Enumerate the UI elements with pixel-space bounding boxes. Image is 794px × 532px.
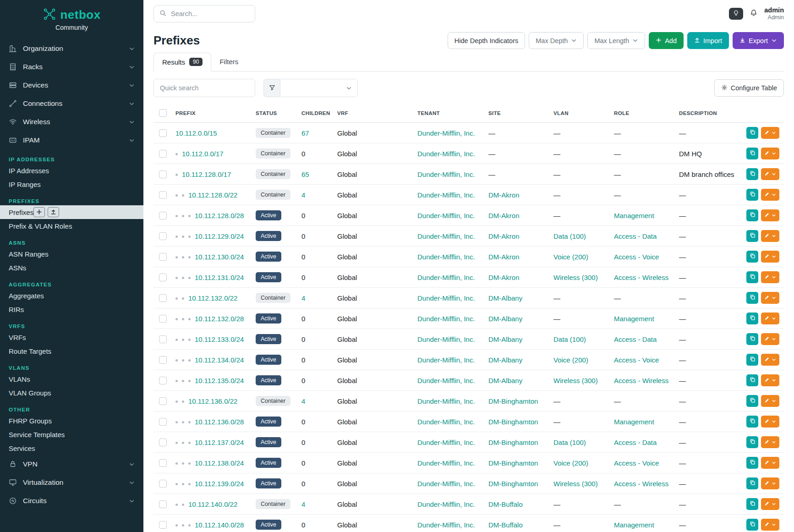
sidebar-item-wireless[interactable]: Wireless	[0, 113, 143, 131]
site-link[interactable]: DM-Buffalo	[488, 500, 523, 508]
sidebar-item-vlans[interactable]: VLANs	[0, 372, 143, 386]
clone-button[interactable]	[746, 333, 758, 345]
clone-button[interactable]	[746, 271, 758, 283]
brand[interactable]: netbox Community	[0, 0, 143, 36]
clone-button[interactable]	[746, 457, 758, 469]
vlan-link[interactable]: Wireless (300)	[553, 274, 598, 281]
clone-button[interactable]	[746, 251, 758, 263]
tenant-link[interactable]: Dunder-Mifflin, Inc.	[417, 500, 475, 508]
children-link[interactable]: 4	[301, 500, 305, 508]
row-checkbox[interactable]	[159, 500, 167, 508]
tenant-link[interactable]: Dunder-Mifflin, Inc.	[417, 294, 475, 302]
sidebar-item-vpn[interactable]: VPN	[0, 455, 143, 473]
sidebar-item-devices[interactable]: Devices	[0, 76, 143, 94]
prefix-link[interactable]: 10.112.0.0/15	[175, 129, 217, 137]
add-button[interactable]: Add	[649, 32, 684, 49]
children-link[interactable]: 4	[301, 191, 305, 199]
clone-button[interactable]	[746, 230, 758, 242]
vlan-link[interactable]: Data (100)	[553, 439, 586, 446]
clone-button[interactable]	[746, 374, 758, 386]
edit-button[interactable]	[761, 477, 779, 489]
role-link[interactable]: Access - Data	[614, 232, 657, 240]
edit-button[interactable]	[761, 168, 779, 180]
prefix-link[interactable]: 10.112.131.0/24	[195, 274, 244, 281]
sidebar-item-route-targets[interactable]: Route Targets	[0, 344, 143, 358]
row-checkbox[interactable]	[159, 170, 167, 178]
site-link[interactable]: DM-Binghamton	[488, 480, 538, 488]
row-checkbox[interactable]	[159, 335, 167, 343]
row-checkbox[interactable]	[159, 459, 167, 467]
tenant-link[interactable]: Dunder-Mifflin, Inc.	[417, 212, 475, 219]
tenant-link[interactable]: Dunder-Mifflin, Inc.	[417, 480, 475, 488]
column-header-children[interactable]: Children	[297, 102, 333, 123]
export-button[interactable]: Export	[733, 32, 784, 49]
role-link[interactable]: Access - Voice	[614, 459, 659, 467]
edit-button[interactable]	[761, 127, 779, 139]
hide-depth-indicators-button[interactable]: Hide Depth Indicators	[448, 32, 525, 49]
edit-button[interactable]	[761, 313, 779, 324]
role-link[interactable]: Access - Wireless	[614, 480, 668, 488]
user-menu[interactable]: admin Admin	[764, 6, 784, 21]
tenant-link[interactable]: Dunder-Mifflin, Inc.	[417, 232, 475, 240]
row-checkbox[interactable]	[159, 150, 167, 158]
clone-button[interactable]	[746, 209, 758, 221]
site-link[interactable]: DM-Binghamton	[488, 439, 538, 446]
sidebar-item-connections[interactable]: Connections	[0, 94, 143, 113]
edit-button[interactable]	[761, 148, 779, 159]
role-link[interactable]: Management	[614, 212, 654, 219]
clone-button[interactable]	[746, 292, 758, 304]
edit-button[interactable]	[761, 374, 779, 386]
max-length-dropdown[interactable]: Max Length	[587, 32, 645, 49]
site-link[interactable]: DM-Binghamton	[488, 418, 538, 426]
configure-table-button[interactable]: Configure Table	[714, 79, 784, 97]
quick-search-input[interactable]	[153, 79, 255, 97]
site-link[interactable]: DM-Akron	[488, 212, 520, 219]
edit-button[interactable]	[761, 292, 779, 304]
edit-button[interactable]	[761, 519, 779, 531]
tenant-link[interactable]: Dunder-Mifflin, Inc.	[417, 377, 475, 384]
prefix-link[interactable]: 10.112.138.0/24	[195, 459, 244, 467]
row-checkbox[interactable]	[159, 274, 167, 281]
prefix-link[interactable]: 10.112.133.0/24	[195, 335, 244, 343]
column-header-site[interactable]: Site	[484, 102, 549, 123]
vlan-link[interactable]: Voice (200)	[553, 459, 588, 467]
import-button[interactable]: Import	[687, 32, 729, 49]
filter-button[interactable]	[263, 79, 280, 97]
site-link[interactable]: DM-Albany	[488, 377, 522, 384]
site-link[interactable]: DM-Akron	[488, 191, 520, 199]
vlan-link[interactable]: Data (100)	[553, 335, 586, 343]
children-link[interactable]: 4	[301, 294, 305, 302]
clone-button[interactable]	[746, 416, 758, 428]
row-checkbox[interactable]	[159, 480, 167, 488]
tab-results[interactable]: Results 90	[153, 53, 211, 71]
tenant-link[interactable]: Dunder-Mifflin, Inc.	[417, 191, 475, 199]
column-header-prefix[interactable]: Prefix	[171, 102, 251, 123]
row-checkbox[interactable]	[159, 397, 167, 405]
column-header-status[interactable]: Status	[251, 102, 297, 123]
role-link[interactable]: Access - Wireless	[614, 377, 668, 384]
children-link[interactable]: 65	[301, 170, 309, 178]
vlan-link[interactable]: Wireless (300)	[553, 377, 598, 384]
site-link[interactable]: DM-Akron	[488, 253, 520, 261]
sidebar-item-fhrp-groups[interactable]: FHRP Groups	[0, 414, 143, 428]
sidebar-item-vlan-groups[interactable]: VLAN Groups	[0, 386, 143, 400]
column-header-vlan[interactable]: VLAN	[549, 102, 609, 123]
prefix-link[interactable]: 10.112.136.0/22	[188, 397, 237, 405]
tenant-link[interactable]: Dunder-Mifflin, Inc.	[417, 418, 475, 426]
row-checkbox[interactable]	[159, 439, 167, 446]
select-all-checkbox[interactable]	[159, 109, 167, 117]
clone-button[interactable]	[746, 519, 758, 531]
prefix-link[interactable]: 10.112.137.0/24	[195, 439, 244, 446]
sidebar-item-asn-ranges[interactable]: ASN Ranges	[0, 247, 143, 261]
column-header-tenant[interactable]: Tenant	[413, 102, 484, 123]
quick-add-button[interactable]	[33, 207, 45, 217]
tenant-link[interactable]: Dunder-Mifflin, Inc.	[417, 397, 475, 405]
row-checkbox[interactable]	[159, 315, 167, 323]
site-link[interactable]: DM-Akron	[488, 232, 520, 240]
global-search[interactable]	[153, 5, 255, 22]
clone-button[interactable]	[746, 395, 758, 407]
edit-button[interactable]	[761, 436, 779, 448]
tenant-link[interactable]: Dunder-Mifflin, Inc.	[417, 129, 475, 137]
tenant-link[interactable]: Dunder-Mifflin, Inc.	[417, 253, 475, 261]
sidebar-item-circuits[interactable]: Circuits	[0, 492, 143, 510]
